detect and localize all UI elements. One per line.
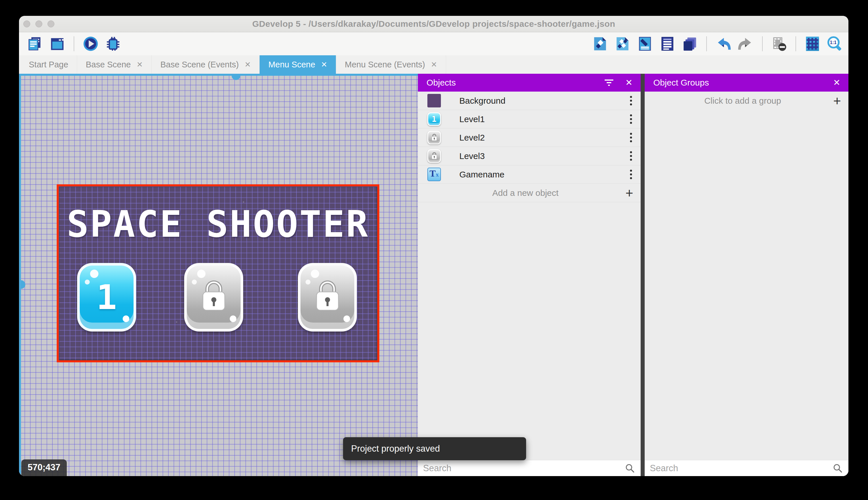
selected-background-instance[interactable]: SPACE SHOOTER 1	[57, 184, 379, 362]
close-tab-icon[interactable]: ✕	[137, 61, 143, 68]
close-tab-icon[interactable]: ✕	[321, 61, 327, 68]
properties-icon[interactable]	[637, 35, 653, 52]
toolbar-divider	[796, 36, 796, 51]
object-groups-editor-icon[interactable]	[614, 35, 631, 52]
level1-thumbnail: 1	[427, 112, 441, 126]
toolbar-divider	[762, 36, 763, 51]
traffic-lights	[23, 16, 55, 32]
lock-icon	[431, 133, 438, 142]
level1-number: 1	[96, 277, 117, 317]
objects-panel: Objects ✕ Background 1	[418, 74, 641, 476]
save-toast-message: Project properly saved	[351, 444, 440, 454]
object-groups-search-input[interactable]	[650, 463, 832, 474]
object-row-level2[interactable]: Level2	[418, 128, 641, 147]
tab-base-scene-events[interactable]: Base Scene (Events) ✕	[152, 55, 260, 74]
objects-editor-icon[interactable]	[592, 35, 608, 52]
close-window-button[interactable]	[23, 21, 30, 27]
search-icon	[624, 463, 635, 474]
tab-menu-scene-events[interactable]: Menu Scene (Events) ✕	[336, 55, 446, 74]
close-tab-icon[interactable]: ✕	[431, 61, 437, 68]
background-thumbnail	[427, 94, 441, 107]
object-groups-panel-header: Object Groups ✕	[645, 74, 848, 92]
save-toast: Project properly saved	[343, 437, 526, 460]
object-menu-icon[interactable]	[629, 132, 633, 144]
object-menu-icon[interactable]	[629, 150, 633, 162]
object-row-gamename[interactable]: Tx Gamename	[418, 165, 641, 184]
panel-resize-divider[interactable]	[641, 74, 645, 476]
close-panel-icon[interactable]: ✕	[833, 78, 840, 87]
level2-button-instance[interactable]	[184, 263, 243, 331]
add-object-plus-icon[interactable]: +	[625, 186, 633, 200]
tab-base-scene[interactable]: Base Scene ✕	[77, 55, 152, 74]
layers-icon[interactable]	[681, 35, 698, 52]
add-group-label: Click to add a group	[652, 96, 833, 106]
zoom-window-button[interactable]	[47, 21, 55, 27]
vertical-scrollbar-knob[interactable]	[21, 280, 25, 289]
tab-menu-scene[interactable]: Menu Scene ✕	[260, 55, 336, 74]
horizontal-scrollbar-knob[interactable]	[232, 76, 240, 80]
object-menu-icon[interactable]	[629, 169, 633, 180]
horizontal-scrollbar[interactable]	[19, 74, 418, 76]
main-toolbar: 1:1	[19, 32, 848, 55]
level1-button-instance[interactable]: 1	[77, 263, 136, 331]
objects-panel-header: Objects ✕	[418, 74, 641, 92]
play-preview-icon[interactable]	[82, 35, 99, 52]
content-row: SPACE SHOOTER 1	[19, 74, 848, 476]
search-icon	[832, 463, 843, 474]
minimize-window-button[interactable]	[35, 21, 42, 27]
objects-panel-empty-area	[418, 202, 641, 460]
object-groups-empty-area	[645, 110, 848, 460]
add-object-label: Add a new object	[425, 188, 625, 198]
vertical-scrollbar[interactable]	[19, 74, 21, 476]
undo-icon[interactable]	[715, 35, 731, 52]
toolbar-left-group	[26, 35, 121, 52]
objects-panel-title: Objects	[426, 78, 604, 88]
cursor-coordinates: 570;437	[21, 459, 67, 476]
add-object-row[interactable]: Add a new object +	[418, 184, 641, 202]
close-panel-icon[interactable]: ✕	[625, 78, 633, 87]
object-row-level3[interactable]: Level3	[418, 147, 641, 165]
lock-icon	[199, 279, 229, 316]
objects-search-bar	[418, 460, 641, 476]
add-group-row[interactable]: Click to add a group +	[645, 92, 848, 110]
objects-search-input[interactable]	[423, 463, 624, 474]
scene-list-icon[interactable]	[49, 35, 66, 52]
gdevelop-window: GDevelop 5 - /Users/dkarakay/Documents/G…	[19, 16, 848, 476]
object-groups-search-bar	[645, 460, 848, 476]
project-manager-icon[interactable]	[26, 35, 43, 52]
title-bar: GDevelop 5 - /Users/dkarakay/Documents/G…	[19, 16, 848, 32]
scene-editor-canvas[interactable]: SPACE SHOOTER 1	[19, 74, 418, 476]
level3-thumbnail	[427, 149, 441, 163]
game-title-text[interactable]: SPACE SHOOTER	[59, 203, 377, 246]
lock-icon	[312, 279, 343, 316]
toolbar-divider	[706, 36, 707, 51]
filter-icon[interactable]	[604, 79, 614, 87]
object-groups-panel: Object Groups ✕ Click to add a group +	[645, 74, 848, 476]
close-tab-icon[interactable]: ✕	[245, 61, 251, 68]
debug-icon[interactable]	[105, 35, 121, 52]
toolbar-divider	[74, 36, 74, 51]
level3-button-instance[interactable]	[298, 263, 357, 331]
tab-start-page[interactable]: Start Page	[20, 55, 77, 74]
grid-icon[interactable]	[804, 35, 821, 52]
redo-icon[interactable]	[737, 35, 754, 52]
level2-thumbnail	[427, 131, 441, 144]
add-group-plus-icon[interactable]: +	[833, 94, 841, 107]
window-title: GDevelop 5 - /Users/dkarakay/Documents/G…	[252, 19, 615, 29]
toolbar-right-group: 1:1	[592, 35, 843, 52]
instances-list-icon[interactable]	[659, 35, 676, 52]
lock-icon	[431, 152, 438, 160]
zoom-one-to-one-icon[interactable]: 1:1	[826, 35, 843, 52]
object-groups-panel-title: Object Groups	[653, 78, 833, 88]
gamename-thumbnail: Tx	[427, 168, 441, 181]
tab-bar: Start Page Base Scene ✕ Base Scene (Even…	[19, 55, 848, 74]
object-menu-icon[interactable]	[629, 113, 633, 125]
object-menu-icon[interactable]	[629, 95, 633, 106]
window-mask-icon[interactable]	[771, 35, 787, 52]
zoom-ratio-label: 1:1	[828, 40, 838, 45]
object-row-level1[interactable]: 1 Level1	[418, 110, 641, 128]
object-row-background[interactable]: Background	[418, 92, 641, 110]
